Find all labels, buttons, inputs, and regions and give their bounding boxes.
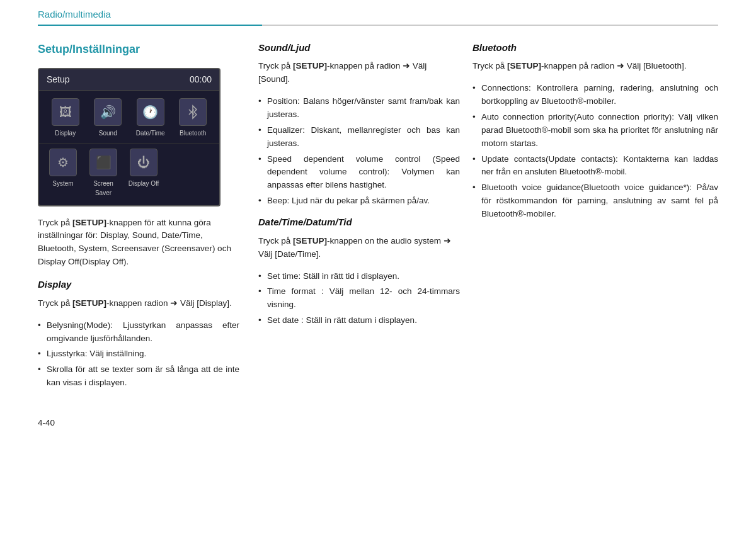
bluetooth-bullet-2: Auto connection priority(Auto connection… [472,111,718,150]
page-header: Radio/multimedia [0,0,756,26]
setup-icon-datetime[interactable]: 🕐 Date/Time [132,98,169,138]
main-content: Setup/Inställningar Setup 00:00 🖼 Displa… [0,28,756,417]
sound-bullet-4: Beep: Ljud när du pekar på skärmen på/av… [258,195,460,208]
bluetooth-bullets: Connections: Kontrollera parning, raderi… [472,82,718,221]
datetime-bullet-2: Time format : Välj mellan 12- och 24-tim… [258,285,460,312]
sound-section-title: Sound/Ljud [258,41,460,55]
sound-bullets: Position: Balans höger/vänster samt fram… [258,95,460,208]
setup-icon-display[interactable]: 🖼 Display [47,98,84,138]
bluetooth-bullet-4: Bluetooth voice guidance(Bluetooth voice… [472,181,718,221]
sound-intro: Tryck på [SETUP]-knappen på radion ➜ Väl… [258,60,460,86]
displayoff-icon: ⏻ [130,149,158,176]
screensaver-label: Screen Saver [84,179,122,198]
setup-screen-mockup: Setup 00:00 🖼 Display 🔊 Sound 🕐 Date/Tim… [38,68,220,206]
setup-icons-row1: 🖼 Display 🔊 Sound 🕐 Date/Time [39,91,219,144]
display-section-title: Display [38,278,239,292]
datetime-bullet-3: Set date : Ställ in rätt datum i display… [258,314,460,327]
setup-icon-displayoff[interactable]: ⏻ Display Off [125,149,163,198]
display-bullet-3: Skrolla för att se texter som är så lång… [38,363,239,390]
setup-icon-system[interactable]: ⚙ System [44,149,82,198]
sound-icon: 🔊 [94,98,122,126]
sound-bullet-1: Position: Balans höger/vänster samt fram… [258,95,460,121]
sound-bullet-2: Equalizer: Diskant, mellanregister och b… [258,124,460,150]
bluetooth-intro: Tryck på [SETUP]-knappen på radion ➜ Väl… [472,60,718,73]
setup-intro-text: Tryck på [SETUP]-knappen för att kunna g… [38,217,239,269]
screensaver-icon: ⬛ [89,149,117,176]
setup-icon-bluetooth[interactable]: Bluetooth [174,98,212,138]
display-bullet-1: Belysning(Mode): Ljusstyrkan anpassas ef… [38,319,239,346]
system-label: System [52,179,73,188]
setup-icons-row2: ⚙ System ⬛ Screen Saver ⏻ Display Off [39,144,219,205]
bluetooth-label: Bluetooth [180,128,206,138]
setup-topbar-time: 00:00 [190,73,212,86]
datetime-bullets: Set time: Ställ in rätt tid i displayen.… [258,270,460,328]
bluetooth-section-title: Bluetooth [472,41,718,55]
bluetooth-icon [179,98,207,126]
middle-column: Sound/Ljud Tryck på [SETUP]-knappen på r… [252,41,466,398]
setup-section-title: Setup/Inställningar [38,41,239,58]
datetime-intro: Tryck på [SETUP]-knappen on the audio sy… [258,235,460,261]
system-icon: ⚙ [49,149,77,176]
bluetooth-bullet-3: Update contacts(Update contacts): Kontak… [472,153,718,179]
bluetooth-bullet-1: Connections: Kontrollera parning, raderi… [472,82,718,108]
display-icon: 🖼 [52,98,79,126]
setup-topbar-title: Setup [47,73,70,86]
sound-label: Sound [99,128,117,138]
display-bullet-2: Ljusstyrka: Välj inställning. [38,347,239,361]
header-title: Radio/multimedia [38,8,718,22]
display-intro: Tryck på [SETUP]-knappen radion ➜ Välj [… [38,297,239,310]
datetime-label: Date/Time [136,128,165,138]
display-bullets: Belysning(Mode): Ljusstyrkan anpassas ef… [38,319,239,390]
setup-topbar: Setup 00:00 [39,69,219,91]
datetime-icon: 🕐 [137,98,164,126]
header-divider [38,25,718,26]
page-number: 4-40 [38,418,55,427]
datetime-bullet-1: Set time: Ställ in rätt tid i displayen. [258,270,460,283]
display-label: Display [55,128,76,138]
right-column: Bluetooth Tryck på [SETUP]-knappen på ra… [466,41,718,398]
displayoff-label: Display Off [129,179,159,188]
left-column: Setup/Inställningar Setup 00:00 🖼 Displa… [38,41,252,398]
datetime-section-title: Date/Time/Datum/Tid [258,215,460,230]
setup-icon-screensaver[interactable]: ⬛ Screen Saver [84,149,122,198]
sound-bullet-3: Speed dependent volume control (Speed de… [258,153,460,193]
setup-icon-sound[interactable]: 🔊 Sound [89,98,127,138]
